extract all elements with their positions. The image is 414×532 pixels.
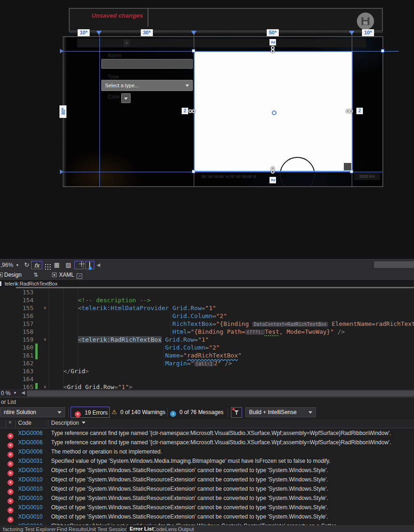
code-line[interactable]: 156 Grid.Column="2" [0, 312, 414, 320]
error-row[interactable]: ×XDG0006Type reference cannot find type … [0, 428, 414, 438]
type-combobox[interactable]: Select a type... [101, 80, 193, 91]
snapping-icon[interactable]: ▨ [66, 261, 71, 269]
add-document-icon[interactable]: + [124, 39, 130, 46]
collapse-left-icon[interactable]: ◀ [97, 261, 100, 269]
show-annotations-icon[interactable]: ▦ [54, 261, 59, 269]
severity-column-icon[interactable]: ≡ [9, 420, 12, 425]
editor-zoom-value[interactable]: 0 % [1, 390, 11, 396]
grid-intersection-handle[interactable] [192, 170, 195, 173]
error-code[interactable]: XDG0010 [18, 466, 43, 475]
code-line[interactable]: 162 Margin="[all:]2" /> [0, 359, 414, 367]
show-grid-icon[interactable] [45, 261, 52, 269]
editor-hscrollbar-thumb[interactable] [27, 390, 414, 396]
grid-column-marker[interactable]: 50* [267, 29, 279, 36]
error-row[interactable]: ×XDG0010Object of type 'System.Windows.S… [0, 466, 414, 475]
code-line[interactable]: 155∨ <telerik:HtmlDataProvider Grid.Row=… [0, 304, 414, 312]
code-line[interactable]: 158 Html="{Binding Path=(???).Test, Mode… [0, 328, 414, 336]
error-row[interactable]: ×XDG0010Object of type 'System.Windows.S… [0, 493, 414, 503]
line-number: 163 [18, 367, 33, 375]
error-row[interactable]: ×XDG0010Object of type 'System.Windows.S… [0, 503, 414, 512]
code-line[interactable]: 165∨ <Grid Grid.Row="1"> [0, 383, 414, 389]
error-code[interactable]: XDG0010 [18, 475, 43, 484]
code-line[interactable]: 164 [0, 375, 414, 383]
error-code[interactable]: XDG0010 [18, 484, 43, 493]
errors-filter-button[interactable]: × 19 Errors [71, 407, 110, 418]
error-code[interactable]: XDG0010 [18, 493, 43, 503]
editor-zoom-caret-icon[interactable]: ▾ [14, 390, 16, 395]
snap-to-snaplines-button[interactable] [85, 261, 94, 269]
warnings-filter-button[interactable]: ⚠ 0 of 140 Warnings [112, 407, 165, 418]
error-code[interactable]: XDG0006 [18, 438, 43, 447]
warning-icon: ⚠ [112, 409, 117, 415]
name-label: Name [108, 52, 121, 58]
popout-pane-icon[interactable]: ↗ [77, 271, 82, 279]
error-code[interactable]: XDG0010 [18, 521, 43, 525]
row-line-arrow-icon [60, 49, 63, 53]
designer-hscrollbar-thumb[interactable] [374, 261, 414, 268]
margin-chain-icon[interactable] [270, 167, 276, 175]
tab-xaml[interactable]: XAML [59, 271, 74, 279]
fold-chevron-icon[interactable]: ∨ [44, 336, 46, 344]
error-code[interactable]: XDG0010 [18, 512, 43, 521]
margin-chain-icon[interactable] [188, 109, 196, 114]
error-row[interactable]: ×XDG0010'RibbonProperty 'Value'' is not … [0, 521, 414, 525]
grid-intersection-handle[interactable] [350, 170, 353, 173]
color-dropdown[interactable] [121, 93, 131, 103]
effects-toggle-button[interactable]: fx [31, 261, 42, 269]
snap-to-gridlines-button[interactable] [74, 261, 84, 269]
bottom-tab-output[interactable]: Output [175, 526, 197, 532]
code-line[interactable]: 157 RichTextBox="{Binding DataContext=Ra… [0, 320, 414, 328]
column-header-description[interactable]: Description [51, 420, 85, 426]
messages-filter-button[interactable]: i 0 of 76 Messages [170, 407, 223, 418]
build-filter-dropdown[interactable]: Build + IntelliSense [245, 407, 316, 417]
error-row[interactable]: ×XDG0031Specified value of type 'System.… [0, 456, 414, 466]
error-row[interactable]: ×XDG0010Object of type 'System.Windows.S… [0, 512, 414, 521]
error-code[interactable]: XDG0006 [18, 428, 43, 438]
code-line[interactable]: 163 </Grid> [0, 367, 414, 375]
error-row[interactable]: ×XDG0006The method or operation is not i… [0, 447, 414, 456]
zoom-dropdown-caret-icon[interactable]: ▾ [16, 261, 19, 269]
margin-chain-icon[interactable] [270, 46, 276, 54]
code-line[interactable]: 154 <!-- description --> [0, 296, 414, 304]
fold-chevron-icon[interactable]: ∨ [44, 383, 46, 389]
design-window-titlebar: Unsaved changes [69, 8, 383, 32]
breadcrumb-tick [0, 281, 1, 286]
xaml-designer-surface[interactable]: Unsaved changes 10* 30* 50* 10* + Name [0, 0, 414, 259]
scroll-left-icon[interactable]: ◀ [21, 390, 25, 395]
margin-chain-icon[interactable] [345, 109, 353, 114]
grid-line-stub [352, 32, 352, 36]
error-description: Type reference cannot find type named '{… [51, 438, 391, 447]
grid-column-marker[interactable]: 10* [78, 29, 90, 36]
error-code[interactable]: XDG0031 [18, 456, 43, 466]
code-line[interactable]: 153 [0, 288, 414, 296]
selection-border[interactable] [194, 51, 353, 172]
grid-intersection-handle[interactable] [381, 49, 384, 52]
swap-panes-icon[interactable]: ⇅ [33, 271, 38, 279]
grid-row-marker[interactable]: 80* [59, 105, 66, 118]
scope-dropdown[interactable]: ntire Solution [0, 407, 65, 417]
error-code[interactable]: XDG0010 [18, 503, 43, 512]
error-code[interactable]: XDG0006 [18, 447, 43, 456]
grid-intersection-handle[interactable] [192, 49, 195, 52]
error-row[interactable]: ×XDG0010Object of type 'System.Windows.S… [0, 484, 414, 493]
code-line[interactable]: 159∨ <telerik:RadRichTextBox Grid.Row="1… [0, 336, 414, 344]
error-row[interactable]: ×XDG0006Type reference cannot find type … [0, 438, 414, 447]
xaml-tab-icon [52, 271, 57, 279]
column-header-code[interactable]: Code [18, 420, 32, 426]
designer-zoom-value[interactable]: ,96% [0, 261, 13, 269]
fold-chevron-icon[interactable]: ∨ [44, 304, 46, 312]
breadcrumb[interactable]: telerik:RadRichTextBox [5, 281, 58, 286]
bottom-tab-test-explorer[interactable]: Test Explorer [22, 526, 59, 532]
filter-button[interactable] [231, 407, 242, 418]
code-line[interactable]: 160 Grid.Column="2" [0, 344, 414, 351]
error-row[interactable]: ×XDG0010Object of type 'System.Windows.S… [0, 475, 414, 484]
bottom-tab-unit-test-sessions[interactable]: Unit Test Sessions [84, 526, 133, 532]
error-grid-header: ≡ Code Description [0, 419, 414, 428]
grid-column-marker[interactable]: 30* [141, 29, 153, 36]
refresh-icon[interactable]: ↻ [24, 261, 29, 269]
name-input[interactable] [101, 59, 193, 69]
xaml-code-editor[interactable]: 153154 <!-- description -->155∨ <telerik… [0, 288, 414, 389]
grid-column-marker[interactable]: 10* [362, 29, 374, 36]
tab-design[interactable]: Design [4, 271, 21, 279]
code-line[interactable]: 161 Name="radRichTextBox" [0, 351, 414, 359]
